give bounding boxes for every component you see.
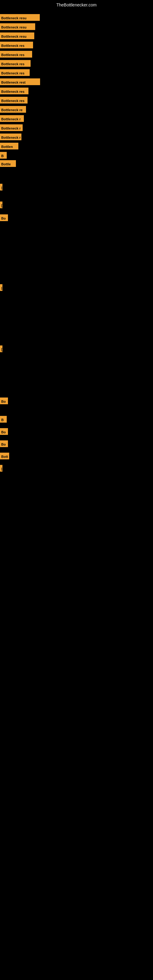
bar-item-24: B [0,416,7,423]
bar-item-12: Bottleneck r [0,115,24,122]
bar-item-13: Bottleneck r [0,124,22,131]
bar-item-8: Bottleneck rest [0,78,40,85]
bar-label-4: Bottleneck res [0,41,33,48]
bar-item-14: Bottleneck r [0,134,21,140]
bar-item-6: Bottleneck res [0,60,30,67]
bar-label-27: Bott [0,453,9,460]
bar-item-23: Bo [0,398,8,404]
bar-item-20: Bo [0,215,8,221]
bar-label-19: [ [0,202,2,208]
bar-item-15: Bottlen [0,143,18,150]
site-title: TheBottlenecker.com [0,0,153,9]
bar-item-16: B [0,152,7,159]
bar-label-23: Bo [0,398,8,404]
bar-item-21: | [0,284,2,291]
bar-label-16: B [0,152,7,159]
bar-item-22: [ [0,345,2,352]
bar-item-3: Bottleneck resu [0,32,34,39]
bar-item-5: Bottleneck res [0,51,32,57]
bar-label-18: | [0,184,2,191]
bar-item-4: Bottleneck res [0,41,33,48]
bar-label-20: Bo [0,215,8,221]
bar-label-2: Bottleneck resu [0,23,35,30]
bar-label-8: Bottleneck rest [0,78,40,85]
bar-label-17: Bottle [0,160,16,167]
bar-label-14: Bottleneck r [0,134,21,140]
bar-label-26: Bo [0,441,8,447]
bar-label-22: [ [0,345,2,352]
bar-item-9: Bottleneck res [0,88,29,94]
bar-item-1: Bottleneck resu [0,14,40,21]
bar-label-28: | [0,465,2,472]
bar-label-7: Bottleneck res [0,69,30,76]
bar-item-25: Bo [0,428,8,435]
bar-item-19: [ [0,202,2,208]
bar-label-10: Bottleneck res [0,97,27,103]
bar-item-7: Bottleneck res [0,69,30,76]
bar-label-5: Bottleneck res [0,51,32,57]
bar-item-27: Bott [0,453,9,460]
bar-label-21: | [0,284,2,291]
bar-label-6: Bottleneck res [0,60,30,67]
bar-item-26: Bo [0,441,8,447]
bar-label-24: B [0,416,7,423]
bar-label-13: Bottleneck r [0,124,22,131]
bar-label-1: Bottleneck resu [0,14,40,21]
bar-label-25: Bo [0,428,8,435]
bar-item-11: Bottleneck re [0,106,26,113]
bar-label-15: Bottlen [0,143,18,150]
bar-label-9: Bottleneck res [0,88,29,94]
bar-item-17: Bottle [0,160,16,167]
bar-label-11: Bottleneck re [0,106,26,113]
bar-label-12: Bottleneck r [0,115,24,122]
bar-item-28: | [0,465,2,472]
bar-item-2: Bottleneck resu [0,23,35,30]
bar-label-3: Bottleneck resu [0,32,34,39]
bar-item-10: Bottleneck res [0,97,27,103]
bar-item-18: | [0,184,2,191]
